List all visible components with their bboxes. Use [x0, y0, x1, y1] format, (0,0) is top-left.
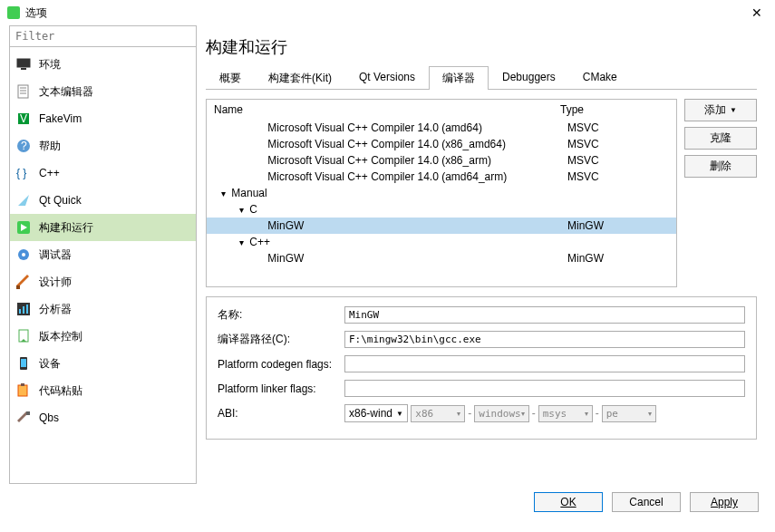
sidebar-item-2[interactable]: VFakeVim [10, 105, 196, 132]
vcs-icon [15, 328, 32, 344]
sidebar: 环境文本编辑器VFakeVim?帮助{ }C++Qt Quick构建和运行调试器… [9, 25, 197, 484]
tab-4[interactable]: Debuggers [489, 66, 569, 90]
tab-0[interactable]: 概要 [206, 66, 255, 90]
svg-rect-19 [19, 309, 21, 314]
name-label: 名称: [218, 307, 344, 323]
tree-row[interactable]: Microsoft Visual C++ Compiler 14.0 (x86_… [207, 152, 676, 169]
svg-rect-0 [17, 59, 30, 67]
design-icon [15, 274, 32, 290]
compiler-path-input[interactable] [344, 331, 745, 348]
svg-rect-21 [26, 305, 28, 314]
cancel-button[interactable]: Cancel [612, 492, 681, 512]
svg-rect-1 [21, 68, 26, 70]
close-icon[interactable]: ✕ [746, 5, 768, 20]
sidebar-item-label: 帮助 [39, 139, 61, 154]
sidebar-item-13[interactable]: Qbs [10, 404, 196, 431]
abi-part-select[interactable]: msys ▾ [538, 405, 593, 422]
sidebar-item-10[interactable]: 版本控制 [10, 323, 196, 350]
ok-button[interactable]: OK [534, 492, 603, 512]
sidebar-item-label: 分析器 [39, 302, 72, 317]
sidebar-item-9[interactable]: 分析器 [10, 295, 196, 323]
linker-flags-label: Platform linker flags: [218, 382, 344, 395]
sidebar-item-label: 构建和运行 [39, 220, 93, 236]
sidebar-item-label: Qt Quick [39, 194, 82, 207]
sidebar-item-6[interactable]: 构建和运行 [10, 214, 196, 241]
tab-2[interactable]: Qt Versions [345, 66, 429, 90]
tab-3[interactable]: 编译器 [429, 66, 489, 90]
codegen-flags-label: Platform codegen flags: [218, 358, 344, 371]
abi-controls: x86-wind▼ x86 ▾-windows ▾-msys ▾-pe ▾ [344, 404, 656, 422]
sidebar-item-label: 调试器 [39, 247, 72, 263]
column-header-type[interactable]: Type [560, 103, 669, 116]
tree-row[interactable]: Microsoft Visual C++ Compiler 14.0 (amd6… [207, 120, 676, 136]
sidebar-item-label: C++ [39, 167, 60, 179]
sidebar-item-1[interactable]: 文本编辑器 [10, 78, 196, 105]
sidebar-item-4[interactable]: { }C++ [10, 160, 196, 187]
sidebar-item-12[interactable]: 代码粘贴 [10, 377, 196, 404]
vim-icon: V [15, 111, 32, 127]
sidebar-item-3[interactable]: ?帮助 [10, 132, 196, 160]
tree-row[interactable]: ▾ C++ [207, 234, 676, 250]
svg-rect-26 [18, 385, 27, 396]
abi-part-select[interactable]: pe ▾ [602, 405, 656, 422]
monitor-icon [15, 56, 32, 73]
svg-text:{ }: { } [16, 167, 26, 179]
tree-row[interactable]: Microsoft Visual C++ Compiler 14.0 (x86_… [207, 136, 676, 152]
sidebar-item-0[interactable]: 环境 [10, 51, 196, 78]
svg-marker-16 [16, 275, 29, 287]
sidebar-item-label: 设备 [39, 356, 61, 372]
sidebar-item-label: 版本控制 [39, 329, 82, 344]
page-title: 构建和运行 [206, 25, 757, 65]
chevron-down-icon: ▼ [730, 106, 737, 114]
sidebar-item-label: 设计师 [39, 275, 72, 290]
app-logo-icon [7, 6, 20, 19]
expander-icon: ▾ [236, 237, 247, 247]
sidebar-item-7[interactable]: 调试器 [10, 241, 196, 268]
tab-1[interactable]: 构建套件(Kit) [255, 66, 345, 90]
doc-icon [15, 83, 32, 100]
svg-point-15 [22, 253, 25, 256]
sidebar-item-5[interactable]: Qt Quick [10, 187, 196, 214]
abi-part-select[interactable]: x86 ▾ [411, 405, 465, 422]
cpp-icon: { } [15, 165, 32, 181]
paste-icon [15, 382, 32, 399]
sidebar-item-8[interactable]: 设计师 [10, 268, 196, 295]
tree-row[interactable]: ▾ C [207, 201, 676, 218]
svg-text:V: V [20, 112, 27, 125]
svg-rect-25 [21, 359, 26, 367]
tree-row[interactable]: Microsoft Visual C++ Compiler 14.0 (amd6… [207, 169, 676, 185]
tabs: 概要构建套件(Kit)Qt Versions编译器DebuggersCMake [206, 65, 757, 90]
svg-text:?: ? [21, 140, 27, 152]
tree-row[interactable]: ▾ Manual [207, 185, 676, 201]
debug-icon [15, 247, 32, 263]
svg-marker-11 [18, 195, 29, 206]
add-button[interactable]: 添加▼ [684, 99, 757, 121]
help-icon: ? [15, 138, 32, 154]
abi-main-select[interactable]: x86-wind▼ [344, 404, 408, 422]
filter-input[interactable] [10, 26, 196, 47]
svg-rect-2 [18, 85, 28, 98]
svg-rect-17 [16, 285, 20, 289]
clone-button[interactable]: 克隆 [684, 127, 757, 150]
compiler-tree[interactable]: Name Type Microsoft Visual C++ Compiler … [206, 99, 677, 287]
tab-5[interactable]: CMake [569, 66, 631, 90]
sidebar-item-label: 代码粘贴 [39, 383, 82, 399]
codegen-flags-input[interactable] [344, 355, 745, 372]
sidebar-item-11[interactable]: 设备 [10, 350, 196, 377]
build-icon [15, 219, 32, 236]
column-header-name[interactable]: Name [214, 103, 560, 116]
sidebar-item-label: Qbs [39, 411, 59, 424]
tree-row[interactable]: MinGWMinGW [207, 250, 676, 266]
delete-button[interactable]: 删除 [684, 155, 757, 178]
details-panel: 名称: 编译器路径(C): Platform codegen flags: Pl… [206, 296, 757, 440]
sidebar-item-label: FakeVim [39, 112, 82, 125]
svg-rect-27 [21, 383, 24, 386]
apply-button[interactable]: Apply [690, 492, 759, 512]
linker-flags-input[interactable] [344, 380, 745, 397]
expander-icon: ▾ [236, 205, 247, 215]
sidebar-item-label: 文本编辑器 [39, 84, 93, 100]
analyze-icon [15, 301, 32, 317]
abi-part-select[interactable]: windows ▾ [474, 405, 528, 422]
name-input[interactable] [344, 306, 745, 324]
tree-row[interactable]: MinGWMinGW [207, 218, 676, 234]
